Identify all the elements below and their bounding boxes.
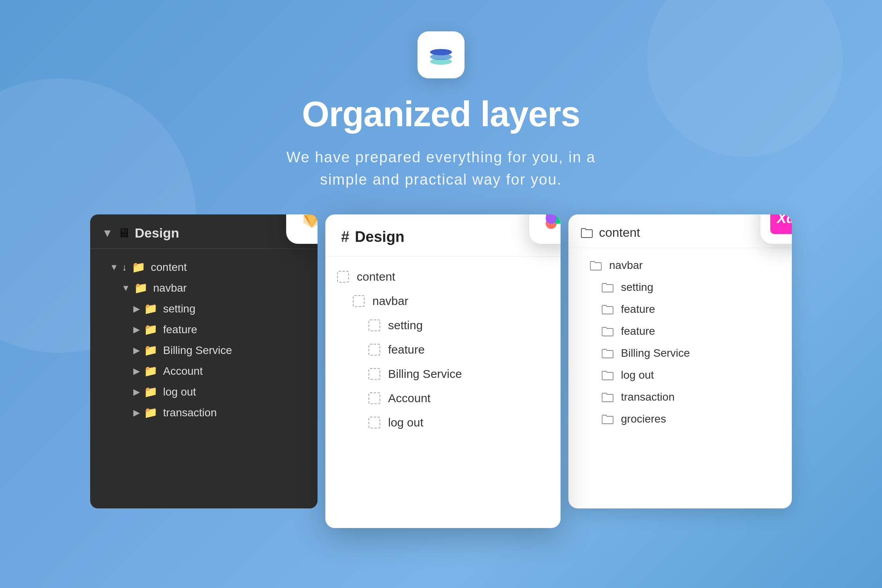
tree-label: grocieres (621, 413, 666, 425)
folder-outline-icon (601, 282, 614, 293)
tree-label: log out (621, 369, 654, 381)
figma-card: # Design content navbar setting (325, 214, 561, 528)
tree-expand-icon: ▶ (133, 366, 140, 376)
page-title: Organized layers (302, 94, 580, 134)
down-arrow-icon: ↓ (122, 262, 127, 273)
folder-outline-icon (601, 370, 614, 381)
folder-outline-icon (580, 226, 593, 240)
svg-marker-10 (317, 214, 318, 215)
tree-item: ▶ 📁 feature (98, 319, 310, 340)
figma-header: # Design (325, 214, 561, 257)
tree-expand-icon: ▶ (133, 304, 140, 314)
folder-outline-icon (601, 304, 614, 315)
hash-icon: # (341, 229, 349, 245)
expand-arrow: ▼ (102, 227, 113, 240)
xd-logo-icon: Xd (770, 214, 792, 234)
figma-tree-item: Account (337, 386, 549, 410)
tree-label: content (357, 270, 395, 283)
figma-tree-item: content (337, 265, 549, 289)
xd-tree-item: Billing Service (578, 342, 782, 364)
xd-tree-item: setting (578, 276, 782, 298)
tree-expand-icon: ▶ (133, 387, 140, 397)
tree-item: ▶ 📁 setting (98, 298, 310, 319)
main-app-icon (417, 31, 465, 78)
xd-tree-item: transaction (578, 386, 782, 408)
xd-tree: navbar setting feature (568, 248, 792, 436)
tree-expand-icon: ▼ (110, 262, 118, 272)
figma-tree-item: setting (337, 313, 549, 338)
tree-label: log out (163, 386, 196, 398)
folder-icon: 📁 (144, 323, 158, 336)
frame-icon (353, 295, 365, 307)
figma-tree: content navbar setting feature (325, 257, 561, 443)
figma-tree-item: log out (337, 410, 549, 435)
sketch-tree: ▼ ↓ 📁 content ▼ 📁 navbar ▶ 📁 setting ▶ 📁 (90, 249, 318, 431)
tree-label: navbar (153, 282, 187, 294)
tree-label: feature (621, 325, 655, 338)
figma-tree-item: Billing Service (337, 362, 549, 386)
figma-logo-icon (541, 214, 561, 232)
sketch-badge (286, 214, 318, 244)
tree-label: content (151, 261, 187, 274)
tree-label: Billing Service (621, 347, 690, 359)
xd-tree-item: grocieres (578, 408, 782, 430)
folder-icon: 📁 (144, 365, 158, 377)
xd-header: content (568, 214, 792, 248)
sketch-gem-icon (299, 214, 318, 231)
frame-icon (368, 417, 380, 428)
figma-tree-item: feature (337, 338, 549, 362)
figma-badge (529, 214, 561, 244)
folder-outline-icon (590, 260, 602, 271)
tree-item: ▼ ↓ 📁 content (98, 257, 310, 278)
page-subtitle: We have prepared everything for you, in … (287, 146, 596, 191)
folder-outline-icon (601, 414, 614, 425)
folder-icon: 📁 (144, 344, 158, 357)
folder-icon: 📁 (144, 302, 158, 315)
svg-marker-9 (304, 214, 307, 215)
cards-section: ▼ 🖥 Design ▼ ↓ 📁 content ▼ 📁 navbar ▶ 📁 (0, 214, 882, 528)
tree-label: feature (388, 343, 425, 356)
tree-label: transaction (163, 407, 217, 419)
tree-label: setting (163, 303, 196, 315)
folder-icon: 📁 (134, 281, 148, 294)
tree-expand-icon: ▶ (133, 408, 140, 418)
folder-outline-icon (601, 392, 614, 403)
svg-point-2 (430, 49, 452, 55)
sketch-card: ▼ 🖥 Design ▼ ↓ 📁 content ▼ 📁 navbar ▶ 📁 (90, 214, 318, 508)
tree-label: transaction (621, 391, 675, 403)
tree-item: ▼ 📁 navbar (98, 278, 310, 298)
folder-icon: 📁 (144, 406, 158, 419)
layers-icon (427, 41, 455, 69)
folder-icon: 📁 (132, 261, 145, 274)
header-section: Organized layers We have prepared everyt… (0, 0, 882, 191)
xd-tree-item: log out (578, 364, 782, 386)
tree-label: Account (163, 365, 203, 377)
tree-expand-icon: ▼ (122, 283, 130, 293)
tree-expand-icon: ▶ (133, 345, 140, 356)
tree-label: setting (621, 281, 653, 294)
tree-label: Account (388, 392, 430, 405)
frame-icon (368, 344, 380, 356)
tree-expand-icon: ▶ (133, 325, 140, 335)
tree-item: ▶ 📁 log out (98, 381, 310, 402)
tree-item: ▶ 📁 Account (98, 361, 310, 381)
tree-label: log out (388, 416, 423, 429)
tree-label: setting (388, 319, 423, 332)
sketch-header: ▼ 🖥 Design (90, 214, 318, 249)
figma-card-title: Design (355, 229, 405, 245)
tree-label: feature (621, 303, 655, 316)
tree-label: navbar (609, 259, 643, 272)
folder-outline-icon (601, 348, 614, 359)
xd-tree-item: feature (578, 320, 782, 342)
monitor-icon: 🖥 (118, 226, 130, 240)
xd-badge: Xd (760, 214, 792, 244)
frame-icon (337, 271, 349, 283)
frame-icon (368, 392, 380, 404)
folder-icon: 📁 (144, 385, 158, 398)
sketch-card-title: Design (135, 225, 179, 241)
tree-label: navbar (372, 294, 408, 308)
frame-icon (368, 368, 380, 380)
svg-marker-5 (307, 214, 317, 215)
frame-icon (368, 319, 380, 331)
xd-tree-item: feature (578, 298, 782, 320)
